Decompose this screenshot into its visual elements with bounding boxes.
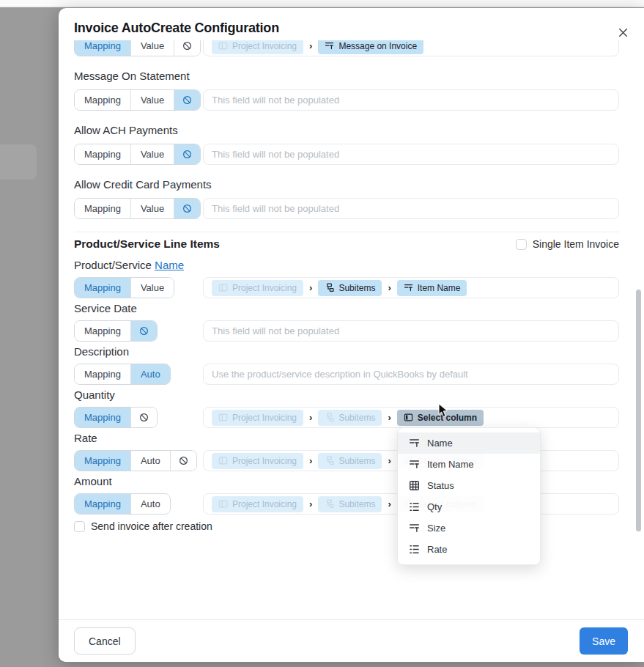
auto-segment[interactable]: Auto [130, 494, 170, 514]
background-card [0, 144, 37, 180]
chip-subitems[interactable]: Subitems [318, 453, 382, 469]
mapping-segment[interactable]: Mapping [75, 494, 130, 514]
field-value-box[interactable]: This field will not be populated [203, 198, 619, 219]
field-placeholder: This field will not be populated [212, 325, 339, 336]
send-invoice-checkbox[interactable] [74, 521, 85, 532]
chip-label: Message on Invoice [338, 41, 417, 51]
text-icon [409, 438, 420, 449]
mapping-segment[interactable]: Mapping [75, 364, 130, 384]
ban-icon [139, 413, 149, 422]
chip-project-invoicing[interactable]: Project Invoicing [212, 453, 303, 469]
mapping-segment[interactable]: Mapping [75, 278, 130, 298]
dropdown-item-rate[interactable]: Rate [398, 539, 540, 560]
mapping-mode-toggle: Mapping [74, 320, 158, 342]
no-populate-segment[interactable] [130, 321, 157, 341]
control-row: MappingValueThis field will not be popul… [74, 144, 619, 165]
single-item-invoice-label: Single Item Invoice [533, 238, 619, 250]
field-value-box[interactable]: Project Invoicing›Message on Invoice [203, 40, 619, 56]
field-label: Service Date [74, 302, 619, 315]
chip-label: Subitems [338, 456, 375, 466]
chip-select-column[interactable]: Select column [397, 410, 484, 426]
ban-icon [179, 456, 188, 465]
field-service-date: Service DateMappingThis field will not b… [74, 302, 619, 342]
dropdown-item-qty[interactable]: Qty [398, 496, 540, 517]
auto-segment[interactable]: Auto [130, 451, 170, 471]
chip-label: Project Invoicing [232, 499, 297, 509]
field-name-link[interactable]: Name [155, 259, 184, 271]
value-segment[interactable]: Value [130, 144, 174, 164]
chip-label: Item Name [418, 283, 461, 293]
field-value-box[interactable]: Project Invoicing›Subitems›Select column [203, 407, 619, 428]
control-row: MappingValueThis field will not be popul… [74, 89, 619, 111]
mapping-segment[interactable]: Mapping [75, 90, 130, 110]
mapping-mode-column: MappingAuto [74, 364, 203, 385]
chip-project-invoicing[interactable]: Project Invoicing [212, 40, 303, 54]
screen: Invoice AutoCreate Configuration Mapping… [0, 0, 644, 667]
cancel-button[interactable]: Cancel [74, 627, 136, 655]
no-populate-segment[interactable] [174, 40, 200, 56]
value-segment[interactable]: Value [130, 40, 174, 56]
chevron-right-icon: › [309, 41, 312, 51]
chevron-right-icon: › [388, 456, 391, 465]
mapping-mode-column: MappingValue [74, 144, 203, 165]
text-icon [325, 41, 334, 51]
field-value-box[interactable]: This field will not be populated [203, 144, 619, 165]
send-invoice-label: Send invoice after creation [91, 520, 212, 532]
field-product-service: Product/Service NameMappingValueProject … [74, 259, 619, 298]
scrollbar-thumb[interactable] [636, 290, 641, 531]
close-icon [618, 27, 629, 38]
dropdown-item-size[interactable]: Size [398, 517, 540, 539]
modal-footer: Cancel Save [59, 619, 644, 662]
chip-label: Subitems [338, 413, 375, 423]
mapping-segment[interactable]: Mapping [75, 408, 130, 427]
dropdown-item-label: Name [427, 438, 453, 449]
chip-subitems[interactable]: Subitems [318, 410, 382, 426]
field-value-box[interactable]: This field will not be populated [203, 89, 619, 111]
mapping-segment[interactable]: Mapping [75, 199, 130, 218]
field-label: Allow Credit Card Payments [74, 178, 619, 191]
ban-icon [139, 326, 149, 336]
single-item-invoice-checkbox-row[interactable]: Single Item Invoice [516, 238, 619, 250]
value-segment[interactable]: Value [130, 90, 174, 110]
no-populate-segment[interactable] [170, 451, 196, 471]
field-label: Quantity [74, 388, 619, 402]
chip-subitems[interactable]: Subitems [318, 280, 382, 296]
no-populate-segment[interactable] [174, 144, 200, 164]
chevron-right-icon: › [309, 413, 312, 422]
chip-project-invoicing[interactable]: Project Invoicing [212, 410, 303, 426]
control-row: MappingValueProject Invoicing›Message on… [74, 40, 619, 56]
dropdown-item-name[interactable]: Name [398, 432, 540, 454]
dropdown-item-item-name[interactable]: Item Name [398, 454, 540, 475]
chip-project-invoicing[interactable]: Project Invoicing [212, 496, 303, 512]
dropdown-item-status[interactable]: Status [398, 475, 540, 496]
mapping-segment[interactable]: Mapping [75, 321, 130, 341]
chevron-right-icon: › [309, 283, 312, 292]
field-value-box[interactable]: Use the product/service description in Q… [203, 364, 619, 385]
section-divider [74, 232, 619, 232]
value-segment[interactable]: Value [130, 278, 174, 298]
text-icon [409, 523, 420, 534]
no-populate-segment[interactable] [174, 199, 200, 218]
field-value-box[interactable]: This field will not be populated [203, 320, 619, 342]
no-populate-segment[interactable] [174, 90, 200, 110]
chip-subitems[interactable]: Subitems [318, 496, 382, 512]
close-button[interactable] [615, 24, 631, 40]
save-button[interactable]: Save [580, 627, 628, 655]
mapping-mode-toggle: MappingAuto [74, 364, 171, 385]
single-item-invoice-checkbox[interactable] [516, 239, 527, 250]
no-populate-segment[interactable] [130, 408, 157, 427]
mapping-segment[interactable]: Mapping [75, 451, 130, 471]
dropdown-item-label: Qty [427, 501, 442, 512]
chevron-right-icon: › [388, 499, 391, 509]
mapping-segment[interactable]: Mapping [75, 40, 130, 56]
modal-content: MappingValueProject Invoicing›Message on… [59, 40, 644, 532]
chip-message-on-invoice[interactable]: Message on Invoice [318, 40, 423, 54]
auto-segment[interactable]: Auto [130, 364, 170, 384]
value-segment[interactable]: Value [130, 199, 174, 218]
subitems-icon [325, 413, 334, 422]
field-value-box[interactable]: Project Invoicing›Subitems›Item Name [203, 277, 619, 298]
chevron-right-icon: › [309, 499, 312, 509]
chip-item-name[interactable]: Item Name [397, 280, 467, 296]
mapping-segment[interactable]: Mapping [75, 144, 130, 164]
chip-project-invoicing[interactable]: Project Invoicing [212, 280, 303, 296]
